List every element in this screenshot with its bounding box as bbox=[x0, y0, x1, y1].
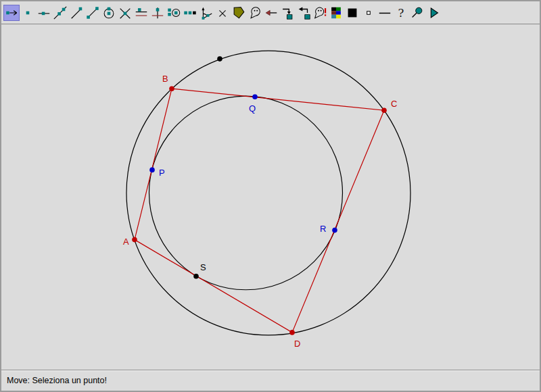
tool-polygon-button[interactable] bbox=[231, 5, 247, 21]
tool-run-button[interactable] bbox=[425, 5, 442, 21]
tool-magnifier-button[interactable] bbox=[409, 5, 425, 21]
point-D[interactable] bbox=[289, 330, 295, 335]
ghost-icon bbox=[248, 5, 262, 20]
point-R[interactable] bbox=[332, 228, 337, 233]
arrow-left-icon bbox=[264, 5, 279, 20]
app-window: ? ABCDPQRS Move: Seleziona un punto! bbox=[0, 0, 541, 392]
circle-icon bbox=[101, 5, 116, 20]
tool-ray-button[interactable] bbox=[68, 5, 85, 21]
segment-icon bbox=[85, 5, 100, 20]
quadrilateral-abcd[interactable] bbox=[135, 89, 384, 333]
tool-intersection-button[interactable] bbox=[117, 5, 133, 21]
color-palette-icon bbox=[329, 5, 344, 20]
point-label-R: R bbox=[320, 224, 326, 234]
drawing-area[interactable]: ABCDPQRS bbox=[1, 24, 540, 370]
tool-restore-from-trash-button[interactable] bbox=[296, 5, 312, 21]
status-bar: Move: Seleziona un punto! bbox=[1, 370, 540, 391]
line-icon bbox=[53, 5, 68, 20]
point-label-B: B bbox=[162, 74, 168, 84]
midpoint-icon bbox=[37, 5, 51, 20]
ray-icon bbox=[69, 5, 84, 20]
inner-circle[interactable] bbox=[149, 96, 343, 290]
tool-delete-to-trash-button[interactable] bbox=[279, 5, 296, 21]
tool-compass-button[interactable] bbox=[166, 5, 182, 21]
move-icon bbox=[4, 5, 19, 20]
outer-circle[interactable] bbox=[126, 51, 410, 335]
point-label-Q: Q bbox=[249, 103, 256, 114]
perpendicular-icon bbox=[150, 5, 165, 20]
tool-segment-button[interactable] bbox=[85, 5, 101, 21]
ghost-alert-icon bbox=[312, 5, 327, 20]
delete-cross-icon bbox=[215, 5, 230, 20]
magnifier-icon bbox=[410, 5, 425, 20]
tool-track-button[interactable] bbox=[247, 5, 263, 21]
question-mark-icon: ? bbox=[394, 5, 408, 20]
point-Q[interactable] bbox=[252, 94, 258, 99]
point-B[interactable] bbox=[169, 86, 174, 91]
horizontal-line-icon bbox=[377, 5, 392, 20]
intersection-icon bbox=[118, 5, 133, 20]
tool-back-button[interactable] bbox=[263, 5, 279, 21]
tool-line-style-button[interactable] bbox=[377, 5, 393, 21]
compass-icon bbox=[166, 5, 181, 20]
tool-perpendicular-button[interactable] bbox=[149, 5, 166, 21]
svg-text:?: ? bbox=[398, 6, 404, 19]
tool-delete-button[interactable] bbox=[214, 5, 231, 21]
tool-color-palette-button[interactable] bbox=[328, 5, 344, 21]
tool-point-style-button[interactable] bbox=[360, 5, 377, 21]
point-C[interactable] bbox=[381, 107, 387, 113]
point-label-C: C bbox=[391, 99, 397, 109]
toolbar: ? bbox=[1, 1, 540, 24]
point-S[interactable] bbox=[193, 274, 199, 279]
tool-multiple-points-button[interactable] bbox=[182, 5, 198, 21]
point-free[interactable] bbox=[217, 56, 222, 62]
parallel-icon bbox=[134, 5, 149, 20]
construction-svg: ABCDPQRS bbox=[1, 24, 540, 370]
tool-color-black-button[interactable] bbox=[344, 5, 360, 21]
angle-icon bbox=[199, 5, 214, 20]
point-label-D: D bbox=[294, 339, 300, 349]
three-dots-icon bbox=[183, 5, 197, 20]
status-message: Move: Seleziona un punto! bbox=[7, 376, 107, 385]
arrow-from-trash-icon bbox=[296, 5, 311, 20]
small-square-icon bbox=[361, 5, 376, 20]
tool-parallel-button[interactable] bbox=[133, 5, 149, 21]
tool-line-button[interactable] bbox=[52, 5, 68, 21]
tool-animate-button[interactable] bbox=[312, 5, 328, 21]
point-A[interactable] bbox=[132, 237, 137, 243]
tool-help-button[interactable]: ? bbox=[393, 5, 409, 21]
tool-circle-button[interactable] bbox=[101, 5, 117, 21]
black-square-icon bbox=[345, 5, 360, 20]
arrow-into-trash-icon bbox=[280, 5, 295, 20]
point-label-P: P bbox=[159, 168, 165, 178]
tool-midpoint-button[interactable] bbox=[36, 5, 52, 21]
point-icon bbox=[20, 5, 35, 20]
point-label-A: A bbox=[123, 237, 129, 247]
tool-angle-button[interactable] bbox=[198, 5, 214, 21]
point-P[interactable] bbox=[149, 168, 155, 173]
polygon-icon bbox=[231, 5, 246, 20]
tool-move-button[interactable] bbox=[3, 5, 20, 21]
point-label-S: S bbox=[200, 262, 206, 272]
play-icon bbox=[426, 5, 441, 20]
tool-point-button[interactable] bbox=[20, 5, 36, 21]
